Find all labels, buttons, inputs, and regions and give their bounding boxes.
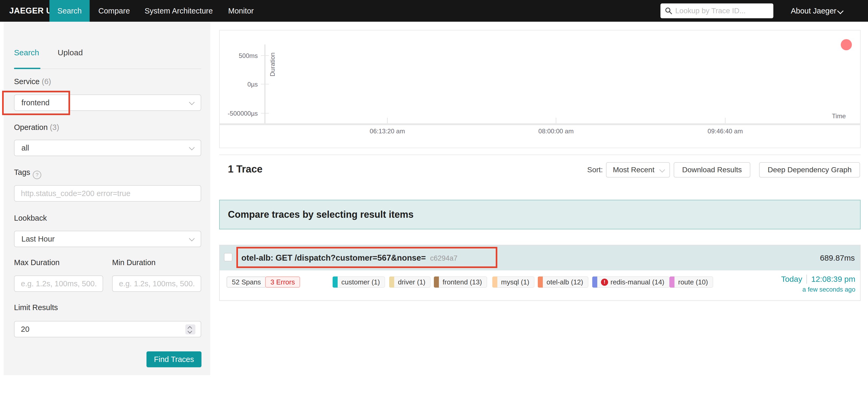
x-axis-title: Time (832, 112, 846, 120)
lookback-select[interactable]: Last Hour (14, 231, 201, 247)
service-color-bar (670, 277, 675, 288)
chevron-down-icon (189, 236, 195, 241)
service-color-bar (389, 277, 394, 288)
service-label: Service (6) (14, 77, 51, 86)
nav-tab-search[interactable]: Search (50, 0, 90, 22)
trace-date: Today (781, 275, 802, 284)
stepper-down-icon[interactable] (188, 329, 192, 334)
trace-scatter-point[interactable] (841, 39, 852, 50)
service-tag-driver: driver (1) (389, 277, 430, 288)
service-tag-route: route (10) (670, 277, 713, 288)
top-navbar: JAEGER UI Search Compare System Architec… (0, 0, 868, 22)
sort-select-value: Most Recent (613, 163, 654, 177)
service-color-bar (592, 277, 597, 288)
compare-banner: Compare traces by selecting result items (219, 200, 861, 229)
tags-label: Tags? (14, 168, 41, 179)
tags-field (14, 185, 201, 202)
nav-tab-compare[interactable]: Compare (98, 0, 130, 22)
annotation-box-service-select (2, 91, 70, 115)
max-duration-input[interactable] (14, 276, 102, 291)
service-tag-frontend: frontend (13) (434, 277, 487, 288)
min-duration-label: Min Duration (112, 258, 155, 267)
lookback-select-value: Last Hour (22, 231, 55, 247)
y-tick-mark (261, 55, 269, 56)
operation-select[interactable]: all (14, 140, 201, 156)
tabs-divider (14, 68, 201, 69)
download-results-button[interactable]: Download Results (674, 162, 750, 177)
span-count-badge: 52 Spans (226, 277, 266, 288)
nav-tab-system-architecture[interactable]: System Architecture (145, 0, 213, 22)
about-jaeger-menu[interactable]: About Jaeger (791, 0, 837, 22)
error-count-badge: 3 Errors (265, 277, 300, 288)
trace-result-body: 52 Spans 3 Errors customer (1) driver (1… (220, 270, 860, 300)
trace-count-heading: 1 Trace (228, 164, 262, 175)
service-tag-customer: customer (1) (333, 277, 385, 288)
error-icon: ! (601, 279, 608, 286)
search-icon (665, 7, 673, 15)
max-duration-field (14, 276, 103, 292)
service-color-bar (434, 277, 439, 288)
y-tick-label: -500000µs (220, 110, 258, 117)
trace-time: 12:08:39 pm (811, 275, 855, 284)
y-axis-line (265, 45, 266, 124)
annotation-box-trace-title (236, 247, 497, 268)
trace-timestamp: Today 12:08:39 pm a few seconds ago (781, 275, 855, 293)
chevron-down-icon (837, 8, 843, 14)
find-traces-button[interactable]: Find Traces (147, 351, 202, 367)
search-sidebar: Search Upload Service (6) frontend Opera… (4, 22, 210, 375)
duration-scatter-chart: Duration 500ms 0µs -500000µs 06:13:20 am… (219, 30, 861, 148)
y-tick-label: 500ms (220, 52, 258, 60)
y-tick-mark (261, 84, 269, 84)
max-duration-label: Max Duration (14, 258, 60, 267)
sidebar-tab-search[interactable]: Search (14, 48, 39, 57)
service-tag-mysql: mysql (1) (492, 277, 534, 288)
service-tag-redis-manual: ! redis-manual (14) (592, 277, 670, 288)
service-color-bar (492, 277, 497, 288)
deep-dependency-graph-button[interactable]: Deep Dependency Graph (759, 162, 860, 177)
x-tick-label: 06:13:20 am (355, 127, 419, 135)
app-brand: JAEGER UI (9, 0, 55, 22)
active-tab-underline (14, 68, 40, 69)
limit-results-input[interactable] (14, 321, 201, 337)
service-color-bar (538, 277, 543, 288)
lookback-label: Lookback (14, 214, 47, 223)
date-time-divider (806, 275, 807, 284)
trace-lookup-input[interactable] (675, 3, 770, 18)
chevron-down-icon (189, 145, 195, 150)
sort-label: Sort: (587, 162, 603, 177)
trace-select-checkbox[interactable] (224, 253, 232, 261)
x-axis-line (220, 123, 860, 125)
x-tick-label: 08:00:00 am (524, 127, 588, 135)
chevron-down-icon (189, 99, 195, 105)
y-tick-label: 0µs (220, 81, 258, 88)
tags-input[interactable] (14, 186, 201, 201)
limit-results-label: Limit Results (14, 303, 58, 312)
service-color-bar (333, 277, 338, 288)
trace-relative-time: a few seconds ago (781, 286, 855, 293)
sidebar-tab-upload[interactable]: Upload (58, 48, 83, 57)
operation-select-value: all (22, 140, 29, 155)
min-duration-input[interactable] (113, 276, 201, 291)
results-divider (219, 154, 861, 155)
nav-tab-monitor[interactable]: Monitor (228, 0, 254, 22)
x-tick-mark (725, 118, 725, 123)
x-tick-mark (387, 118, 388, 123)
compare-banner-text: Compare traces by selecting result items (228, 200, 413, 229)
x-tick-mark (556, 118, 556, 123)
service-tag-otel-alb: otel-alb (12) (538, 277, 588, 288)
trace-lookup-box (660, 3, 773, 18)
number-stepper[interactable] (185, 324, 195, 335)
limit-results-field (14, 321, 201, 337)
trace-duration: 689.87ms (820, 245, 855, 270)
help-icon[interactable]: ? (33, 171, 41, 179)
sort-select[interactable]: Most Recent (606, 162, 670, 177)
y-tick-mark (261, 113, 269, 114)
y-axis-title: Duration (269, 45, 276, 77)
chevron-down-icon (659, 167, 665, 172)
operation-label: Operation (3) (14, 123, 59, 132)
min-duration-field (112, 276, 201, 292)
x-tick-label: 09:46:40 am (693, 127, 757, 135)
